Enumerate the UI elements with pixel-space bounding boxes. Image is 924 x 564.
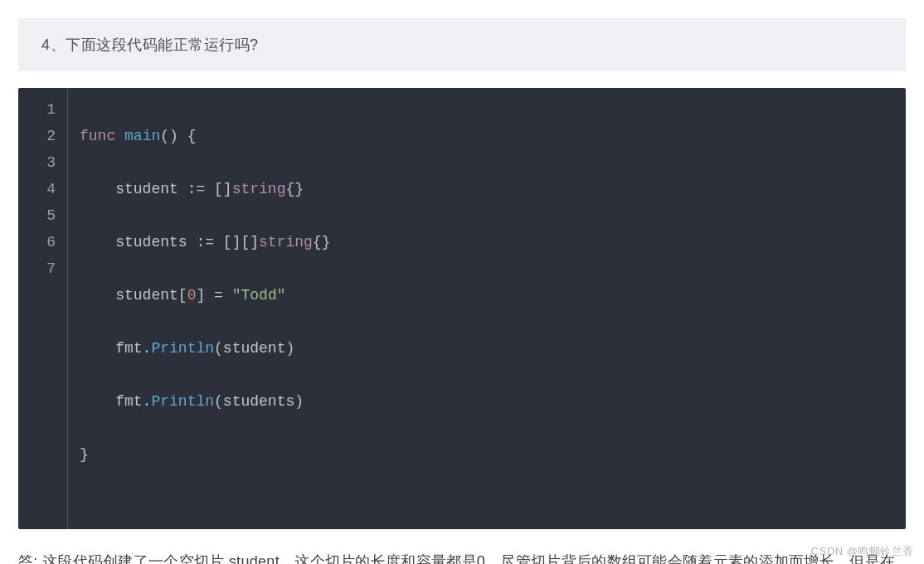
code-token: (student) <box>214 340 294 357</box>
code-token: fmt. <box>115 340 151 357</box>
code-token: string <box>259 234 313 250</box>
watermark-text: CSDN @鸣蜩铃兰香 <box>811 544 914 559</box>
code-token: func <box>80 128 115 144</box>
code-token: {} <box>313 234 331 250</box>
line-number: 6 <box>18 229 67 255</box>
code-line: fmt.Println(student) <box>80 335 330 362</box>
code-content: func main() { student := []string{} stud… <box>68 88 342 529</box>
line-number-gutter: 1 2 3 4 5 6 7 <box>18 88 68 529</box>
code-token: Println <box>151 340 214 357</box>
code-token: () { <box>160 128 196 144</box>
code-block: 1 2 3 4 5 6 7 func main() { student := [… <box>18 88 906 529</box>
code-token: (students) <box>214 393 304 410</box>
code-token: {} <box>285 181 304 197</box>
code-line: func main() { <box>80 123 330 149</box>
question-box: 4、下面这段代码能正常运行吗? <box>18 18 906 71</box>
line-number: 4 <box>18 176 67 202</box>
code-token <box>80 181 115 197</box>
code-line: students := [][]string{} <box>80 229 330 255</box>
code-token: student := [] <box>115 181 231 197</box>
code-token: string <box>232 181 286 197</box>
answer-paragraph: 答: 这段代码创建了一个空切片 student。这个切片的长度和容量都是0。尽管… <box>18 547 906 564</box>
code-token: main <box>124 128 160 144</box>
code-token <box>80 234 115 250</box>
code-line: } <box>80 441 330 468</box>
line-number: 5 <box>18 202 67 229</box>
code-token: "Todd" <box>232 287 286 304</box>
line-number: 7 <box>18 255 67 282</box>
question-text: 4、下面这段代码能正常运行吗? <box>41 36 259 53</box>
code-token <box>80 393 115 410</box>
code-token <box>80 287 115 304</box>
code-line: student[0] = "Todd" <box>80 282 330 309</box>
line-number: 1 <box>18 96 67 123</box>
code-token <box>80 340 115 357</box>
code-token: } <box>80 446 89 463</box>
line-number: 3 <box>18 149 67 176</box>
code-line: student := []string{} <box>80 176 330 202</box>
code-token: Println <box>151 393 214 410</box>
code-line: fmt.Println(students) <box>80 388 330 415</box>
line-number: 2 <box>18 123 67 149</box>
code-token: students := [][] <box>115 234 259 250</box>
code-token: 0 <box>187 287 197 304</box>
code-token: student[ <box>115 287 187 304</box>
answer-body: 答: 这段代码创建了一个空切片 student。这个切片的长度和容量都是0。尽管… <box>18 547 906 564</box>
code-token: fmt. <box>115 393 151 410</box>
code-token: ] = <box>196 287 231 304</box>
